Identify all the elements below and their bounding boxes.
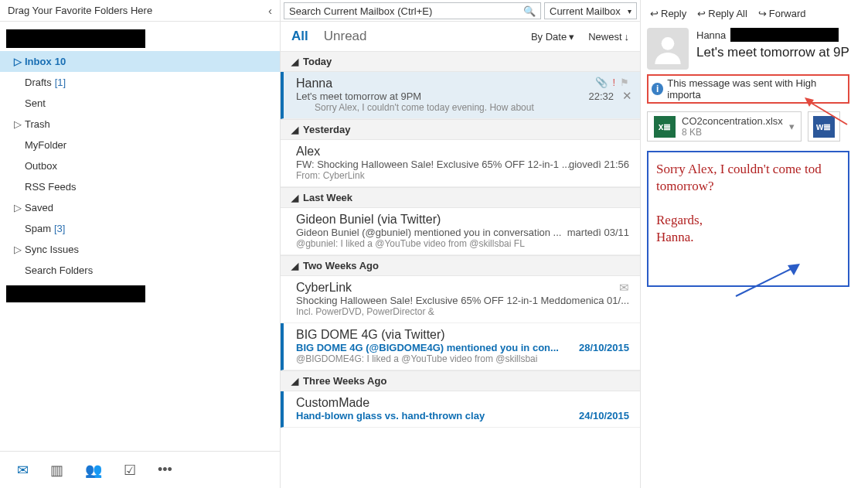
message-item[interactable]: CustomMadeHand-blown glass vs. hand-thro…: [281, 391, 640, 428]
group-label: Today: [303, 56, 332, 67]
folder-outbox[interactable]: Outbox: [0, 155, 280, 176]
folder-inbox[interactable]: ▷Inbox 10: [0, 51, 280, 72]
forward-button[interactable]: ↪Forward: [758, 8, 806, 19]
folder-drafts[interactable]: Drafts [1]: [0, 72, 280, 93]
folder-label: RSS Feeds: [23, 181, 76, 193]
group-header[interactable]: ◢Last Week: [281, 187, 640, 208]
message-item[interactable]: Gideon Buniel (via Twitter)Gideon Buniel…: [281, 208, 640, 255]
annotation-arrow-red: [805, 97, 851, 128]
message-item[interactable]: 📎!⚑HannaLet's meet tomorrow at 9PMSorry …: [281, 72, 640, 119]
message-subject: Let's meet tomorrow at 9P: [696, 45, 868, 60]
folder-count: [3]: [51, 223, 65, 234]
svg-line-3: [736, 268, 794, 296]
folder-label: Drafts: [23, 77, 52, 88]
tab-all[interactable]: All: [291, 29, 308, 44]
reply-button[interactable]: ↩Reply: [650, 8, 686, 19]
calendar-icon[interactable]: ▥: [50, 462, 63, 479]
message-preview: From: CyberLink: [296, 170, 631, 181]
search-scope-dropdown[interactable]: Current Mailbox ▾: [544, 2, 637, 19]
folder-trash[interactable]: ▷Trash: [0, 114, 280, 135]
message-subject: Let's meet tomorrow at 9PM: [296, 90, 631, 102]
message-from: CyberLink: [296, 281, 631, 295]
scope-label: Current Mailbox: [550, 5, 621, 17]
forward-icon: ↪: [758, 8, 767, 19]
folder-label: Inbox: [23, 56, 52, 67]
folder-sent[interactable]: Sent: [0, 93, 280, 114]
folder-rss-feeds[interactable]: RSS Feeds: [0, 176, 280, 197]
search-bar: Search Current Mailbox (Ctrl+E) 🔍 Curren…: [281, 0, 640, 22]
chevron-down-icon[interactable]: ▾: [789, 121, 795, 132]
tab-unread[interactable]: Unread: [324, 29, 367, 44]
folders-pane: Drag Your Favorite Folders Here ‹ ▷Inbox…: [0, 0, 281, 488]
message-from: CustomMade: [296, 396, 631, 410]
collapse-icon: ◢: [291, 125, 298, 135]
message-from: Gideon Buniel (via Twitter): [296, 213, 631, 227]
group-label: Last Week: [303, 192, 352, 203]
folder-saved[interactable]: ▷Saved: [0, 197, 280, 218]
folder-label: Sync Issues: [23, 244, 79, 255]
message-from: BIG DOME 4G (via Twitter): [296, 328, 631, 342]
sort-by-date[interactable]: By Date ▾: [531, 31, 574, 43]
message-from: Alex: [296, 145, 631, 159]
people-icon[interactable]: 👥: [85, 462, 102, 479]
folder-label: MyFolder: [23, 139, 66, 151]
folder-search-folders[interactable]: Search Folders: [0, 260, 280, 281]
tasks-icon[interactable]: ☑: [124, 462, 136, 479]
svg-line-1: [808, 101, 847, 125]
attachment-excel[interactable]: x≣ CO2concentration.xlsx 8 KB ▾: [647, 111, 802, 142]
favorites-drop[interactable]: Drag Your Favorite Folders Here ‹: [0, 0, 280, 22]
account-2-redacted[interactable]: [6, 285, 145, 302]
message-date: martedì 03/11: [567, 227, 629, 238]
message-item[interactable]: ✉CyberLinkShocking Halloween Sale! Exclu…: [281, 276, 640, 323]
folder-count: [1]: [52, 77, 66, 88]
group-header[interactable]: ◢Three Weeks Ago: [281, 370, 640, 391]
folder-myfolder[interactable]: MyFolder: [0, 135, 280, 155]
group-header[interactable]: ◢Yesterday: [281, 119, 640, 140]
message-item[interactable]: AlexFW: Shocking Halloween Sale! Exclusi…: [281, 140, 640, 187]
message-item[interactable]: BIG DOME 4G (via Twitter)BIG DOME 4G (@B…: [281, 323, 640, 370]
reply-all-button[interactable]: ↩Reply All: [697, 8, 747, 19]
expand-icon[interactable]: ▷: [14, 118, 23, 130]
sort-newest[interactable]: Newest ↓: [588, 31, 629, 43]
reply-actions: ↩Reply ↩Reply All ↪Forward: [647, 3, 868, 23]
delete-icon[interactable]: ✕: [622, 89, 632, 103]
sender-avatar: [647, 28, 689, 70]
collapse-icon: ◢: [291, 56, 298, 67]
group-label: Two Weeks Ago: [303, 260, 379, 271]
collapse-icon: ◢: [291, 261, 298, 271]
more-icon[interactable]: •••: [158, 462, 172, 478]
folder-label: Saved: [23, 202, 53, 213]
excel-icon: x≣: [654, 116, 676, 138]
attachment-name: CO2concentration.xlsx: [682, 115, 783, 127]
expand-icon[interactable]: ▷: [14, 244, 23, 255]
flag-icon[interactable]: ⚑: [620, 77, 629, 88]
sender-email-redacted: [730, 28, 839, 42]
attachment-icon: 📎: [595, 77, 608, 88]
expand-icon[interactable]: ▷: [14, 202, 23, 213]
collapse-icon: ◢: [291, 193, 298, 203]
message-date: 28/10/2015: [579, 342, 629, 353]
search-icon[interactable]: 🔍: [523, 5, 536, 17]
favorites-placeholder: Drag Your Favorite Folders Here: [8, 5, 152, 16]
svg-point-0: [662, 37, 675, 50]
message-preview: @BIGDOME4G: I liked a @YouTube video fro…: [296, 353, 631, 364]
info-icon: i: [652, 83, 663, 95]
folder-spam[interactable]: Spam [3]: [0, 218, 280, 239]
message-list-pane: Search Current Mailbox (Ctrl+E) 🔍 Curren…: [281, 0, 641, 488]
group-header[interactable]: ◢Today: [281, 51, 640, 72]
search-input[interactable]: Search Current Mailbox (Ctrl+E) 🔍: [284, 2, 541, 19]
account-1-redacted[interactable]: [6, 29, 145, 48]
collapse-icon[interactable]: ‹: [268, 4, 272, 17]
group-header[interactable]: ◢Two Weeks Ago: [281, 255, 640, 276]
read-icon: ✉: [619, 281, 629, 295]
expand-icon[interactable]: ▷: [14, 56, 23, 67]
group-label: Yesterday: [303, 124, 350, 135]
folder-sync-issues[interactable]: ▷Sync Issues: [0, 239, 280, 260]
folder-count: 10: [52, 56, 66, 67]
body-line: Hanna.: [656, 230, 840, 245]
reading-pane: ↩Reply ↩Reply All ↪Forward Hanna Let's m…: [641, 0, 868, 488]
mail-icon[interactable]: ✉: [17, 462, 29, 479]
svg-marker-2: [805, 97, 814, 107]
sort-controls: By Date ▾ Newest ↓: [531, 31, 629, 43]
message-date: domenica 01/...: [560, 295, 629, 306]
